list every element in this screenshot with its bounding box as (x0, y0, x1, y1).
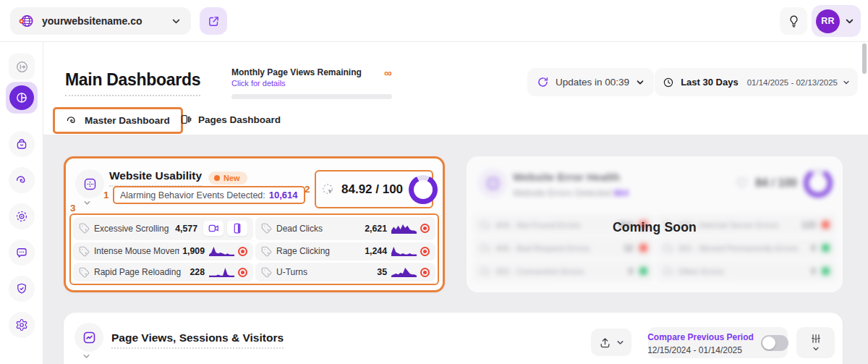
metric-row-intense-mouse-movements[interactable]: Intense Mouse Movements 1,909 (73, 242, 253, 261)
dashboard-pie-icon (15, 91, 28, 104)
usability-score-donut (409, 175, 438, 204)
shopping-bag-icon (15, 137, 28, 151)
range-dates: 01/14/2025 - 02/13/2025 (747, 78, 838, 87)
upload-icon (599, 337, 611, 349)
page-views-title: Page Views, Sessions & Visitors (111, 331, 284, 349)
tab-master-dashboard[interactable]: Master Dashboard (53, 107, 183, 134)
account-menu[interactable]: RR (812, 5, 861, 37)
record-icon[interactable] (420, 224, 430, 233)
metric-row-dead-clicks[interactable]: Dead Clicks 2,621 (255, 217, 435, 240)
lightbulb-icon (787, 14, 801, 28)
session-recording-icon (15, 210, 28, 223)
donut-hole (809, 174, 827, 192)
annotation-3: 3 (70, 203, 76, 213)
chevron-down-icon[interactable] (82, 352, 90, 360)
sidebar-item-store[interactable] (9, 131, 35, 157)
range-label: Last 30 Days (681, 77, 739, 88)
spiral-icon (15, 174, 28, 187)
camcorder-icon (208, 224, 219, 233)
annotation-1: 1 (103, 190, 109, 200)
open-site-button[interactable] (200, 7, 227, 35)
chat-bubble-icon (15, 246, 28, 259)
avatar: RR (816, 9, 840, 33)
play-recording-button[interactable] (203, 221, 224, 236)
external-link-icon (208, 15, 220, 27)
badge-dot-icon (214, 175, 220, 181)
tag-icon (261, 223, 272, 234)
page-views-card-icon[interactable] (75, 323, 103, 352)
metric-row-rapid-page-reloading[interactable]: Rapid Page Reloading 228 (73, 263, 253, 282)
sparkline (209, 267, 234, 277)
error-row: 400 - Bad Request Errors 12 (473, 237, 654, 258)
alarming-events-box: Alarming Behavior Events Detected: 10,61… (113, 186, 305, 204)
sidebar-item-settings[interactable] (9, 312, 35, 338)
chevron-down-icon[interactable] (83, 199, 91, 207)
sidebar-collapse[interactable] (9, 54, 35, 80)
chevron-down-icon (636, 78, 644, 87)
sidebar (0, 42, 43, 364)
metric-row-rage-clicking[interactable]: Rage Clicking 1,244 (255, 242, 435, 261)
compare-previous-period: Compare Previous Period 12/15/2024 - 01/… (648, 327, 788, 358)
export-button[interactable] (591, 329, 631, 356)
chevron-down-icon (171, 17, 181, 26)
usability-card-icon[interactable] (75, 169, 104, 198)
compare-toggle[interactable] (761, 335, 788, 351)
quota-progress-bar (231, 94, 392, 99)
chevron-down-icon (616, 339, 624, 347)
status-dot (639, 267, 647, 275)
scrollbar-thumb[interactable] (862, 43, 867, 74)
app-screen: yourwebsitename.co RR (0, 0, 868, 364)
sparkline (391, 267, 417, 277)
error-row: 302 - Connection Errors 0 (473, 261, 654, 282)
sidebar-item-recordings[interactable] (9, 203, 35, 229)
spiral-icon (66, 114, 78, 127)
quota-title: Monthly Page Views Remaining (231, 67, 392, 77)
sidebar-item-feedback[interactable] (9, 240, 35, 266)
new-badge: New (208, 172, 247, 185)
usability-title: Website Usability (109, 169, 202, 187)
refresh-icon (537, 76, 549, 88)
chevron-down-icon (845, 17, 854, 26)
clock-icon (663, 77, 674, 88)
usability-score: 84.92 / 100 (341, 182, 403, 197)
site-selector[interactable]: yourwebsitename.co (10, 7, 191, 35)
metric-row-u-turns[interactable]: U-Turns 35 (255, 263, 435, 282)
infinity-icon: ∞ (384, 67, 392, 79)
updates-label: Updates in 00:39 (556, 77, 629, 88)
topbar: yourwebsitename.co RR (0, 0, 868, 42)
compare-range: 12/15/2024 - 01/14/2025 (647, 345, 742, 355)
website-error-health-card: Website Error Health Website Errors Dete… (467, 156, 843, 292)
error-health-subtitle: Website Errors Detected 864 (513, 188, 629, 198)
status-dot (822, 244, 830, 252)
grid-widget-icon (82, 177, 98, 192)
sidebar-item-heatmaps[interactable] (9, 167, 35, 193)
status-dot (822, 221, 830, 229)
ideas-button[interactable] (780, 7, 807, 35)
pointer-target-icon (321, 182, 336, 197)
device-view-button[interactable] (227, 221, 247, 236)
record-icon[interactable] (238, 247, 247, 256)
tag-icon (261, 246, 272, 257)
metric-row-excessive-scrolling[interactable]: Excessive Scrolling 4,577 (73, 217, 253, 240)
updates-dropdown[interactable]: Updates in 00:39 (527, 68, 654, 96)
record-icon[interactable] (420, 247, 430, 256)
tag-icon (79, 267, 90, 278)
error-row: Other Errors 0 (656, 261, 837, 282)
quota-details-link[interactable]: Click for details (231, 79, 392, 88)
date-range-picker[interactable]: Last 30 Days 01/14/2025 - 02/13/2025 (655, 68, 858, 96)
sparkline (209, 246, 234, 256)
filter-sliders-icon (810, 333, 822, 344)
sidebar-item-dashboards[interactable] (6, 82, 38, 114)
tab-pages-label: Pages Dashboard (198, 114, 281, 125)
tab-pages-dashboard[interactable]: Pages Dashboard (180, 114, 281, 125)
record-icon[interactable] (420, 268, 430, 277)
error-card-icon (478, 169, 507, 198)
pages-icon (180, 114, 192, 125)
filters-button[interactable] (796, 327, 835, 358)
sidebar-item-security[interactable] (9, 276, 35, 302)
record-icon[interactable] (238, 268, 247, 277)
cloud-icon (480, 242, 490, 253)
sparkline (391, 246, 417, 256)
cloud-icon (480, 219, 490, 230)
cloud-icon (663, 266, 673, 276)
